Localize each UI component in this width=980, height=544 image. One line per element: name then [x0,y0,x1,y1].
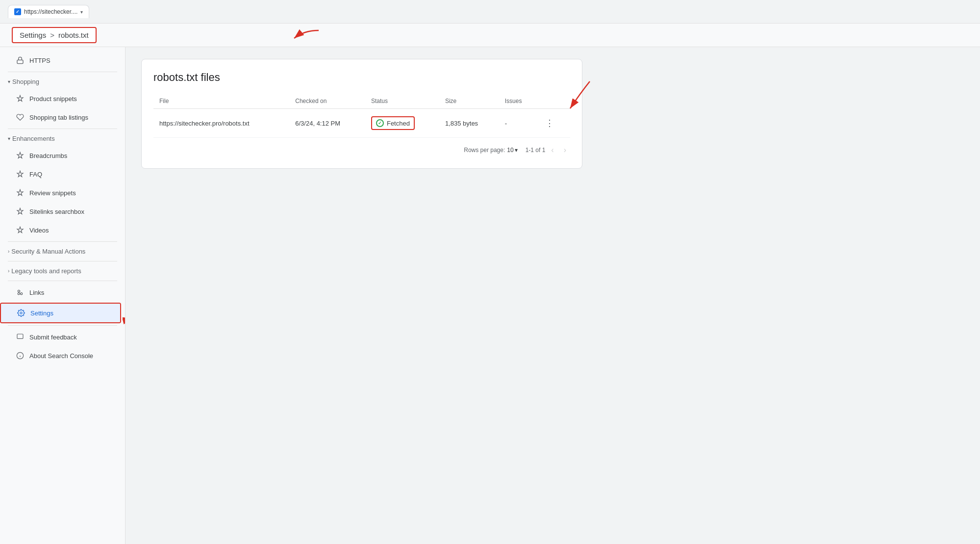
rows-select-chevron: ▾ [515,147,518,154]
cell-size: 1,835 bytes [439,109,499,138]
sidebar-item-about-label: About Search Console [29,352,113,360]
lock-icon [16,56,25,65]
col-header-size: Size [439,94,499,109]
status-fetched-box: Fetched [371,116,415,130]
col-header-status: Status [365,94,439,109]
sidebar-section-security[interactable]: › Security & Manual Actions [0,244,125,259]
sidebar-section-security-label: Security & Manual Actions [11,248,85,255]
product-snippets-icon [16,94,25,103]
sidebar-item-breadcrumbs-label: Breadcrumbs [29,152,113,159]
sidebar-item-breadcrumbs[interactable]: Breadcrumbs [0,146,121,165]
sidebar-divider-4 [8,261,117,261]
sidebar-section-shopping-label: Shopping [12,78,39,85]
status-fetched-icon [376,119,384,127]
row-more-button[interactable]: ⋮ [543,116,556,130]
robots-txt-table: File Checked on Status Size Issues https… [153,94,570,138]
robots-txt-card: robots.txt files File Checked on Status … [141,59,582,169]
sidebar-item-settings-label: Settings [30,310,112,317]
sidebar-item-product-snippets[interactable]: Product snippets [0,89,121,108]
chevron-down-icon: ▾ [8,79,10,84]
table-container: File Checked on Status Size Issues https… [153,94,570,138]
breadcrumb-arrow-annotation [284,26,324,44]
svg-rect-10 [17,334,23,338]
main-layout: HTTPS ▾ Shopping Product snippets Shoppi… [0,47,980,544]
sidebar-item-product-snippets-label: Product snippets [29,95,113,103]
feedback-icon [16,333,25,341]
browser-tab[interactable]: ✓ https://sitechecker.... ▾ [8,5,89,18]
prev-page-button[interactable]: ‹ [547,144,557,156]
faq-icon [16,170,25,179]
info-icon [16,351,25,360]
sidebar-item-shopping-tab[interactable]: Shopping tab listings [0,108,121,127]
svg-point-2 [18,290,20,292]
rows-per-page-select[interactable]: 10 ▾ [507,147,517,154]
settings-item-container: Settings [0,303,125,323]
sidebar-item-https[interactable]: HTTPS [0,51,121,70]
sidebar-divider-1 [8,72,117,72]
sidebar-item-shopping-tab-label: Shopping tab listings [29,114,113,121]
rows-per-page-value: 10 [507,147,513,154]
videos-icon [16,226,25,234]
sitelinks-icon [16,207,25,216]
tab-url: https://sitechecker.... [24,8,77,15]
sidebar-item-settings[interactable]: Settings [1,304,120,322]
sidebar: HTTPS ▾ Shopping Product snippets Shoppi… [0,47,126,544]
review-snippets-icon [16,188,25,197]
sidebar-item-review-snippets-label: Review snippets [29,189,113,197]
svg-point-4 [18,293,20,295]
breadcrumb-current: robots.txt [58,31,89,39]
sidebar-item-submit-feedback[interactable]: Submit feedback [0,328,121,346]
sidebar-divider-6 [8,325,117,326]
col-header-actions [537,94,570,109]
sidebar-item-about[interactable]: About Search Console [0,346,121,365]
cell-status: Fetched [365,109,439,138]
sidebar-divider-2 [8,129,117,129]
next-page-button[interactable]: › [560,144,570,156]
shopping-tab-icon [16,113,25,122]
svg-point-3 [21,293,23,295]
breadcrumb-parent[interactable]: Settings [20,31,46,39]
tab-dropdown-icon[interactable]: ▾ [80,9,83,15]
breadcrumb-separator: > [50,31,54,39]
sidebar-item-videos-label: Videos [29,227,113,234]
chevron-right-icon-legacy: › [8,268,9,274]
breadcrumbs-icon [16,151,25,160]
links-icon [16,288,25,297]
cell-checked-on: 6/3/24, 4:12 PM [289,109,365,138]
breadcrumb-bar: Settings > robots.txt [0,24,980,47]
col-header-checked-on: Checked on [289,94,365,109]
sidebar-divider-5 [8,281,117,281]
cell-file: https://sitechecker.pro/robots.txt [153,109,289,138]
sidebar-item-sitelinks[interactable]: Sitelinks searchbox [0,202,121,221]
sidebar-item-faq[interactable]: FAQ [0,165,121,183]
page-info: 1-1 of 1 [526,147,546,154]
sidebar-item-links-label: Links [29,289,113,296]
sidebar-section-shopping[interactable]: ▾ Shopping [0,74,125,89]
pagination: Rows per page: 10 ▾ 1-1 of 1 ‹ › [153,138,570,156]
sidebar-item-submit-feedback-label: Submit feedback [29,334,113,341]
sidebar-section-enhancements-label: Enhancements [12,135,55,142]
favicon-icon: ✓ [14,8,21,15]
sidebar-item-links[interactable]: Links [0,283,121,302]
table-row: https://sitechecker.pro/robots.txt 6/3/2… [153,109,570,138]
cell-issues: - [499,109,537,138]
sidebar-item-sitelinks-label: Sitelinks searchbox [29,208,113,215]
sidebar-section-legacy[interactable]: › Legacy tools and reports [0,263,125,279]
settings-border-highlight: Settings [0,303,121,323]
cell-actions: ⋮ [537,109,570,138]
sidebar-item-review-snippets[interactable]: Review snippets [0,183,121,202]
gear-icon [17,309,25,317]
sidebar-section-enhancements[interactable]: ▾ Enhancements [0,131,125,146]
card-title: robots.txt files [153,71,570,84]
main-content: robots.txt files File Checked on Status … [126,47,980,544]
browser-tab-bar: ✓ https://sitechecker.... ▾ [0,0,980,24]
status-fetched-label: Fetched [387,120,410,127]
col-header-file: File [153,94,289,109]
pagination-nav: 1-1 of 1 ‹ › [526,144,570,156]
rows-per-page-label: Rows per page: [464,147,505,154]
sidebar-item-videos[interactable]: Videos [0,221,121,239]
svg-point-8 [20,312,22,314]
rows-per-page: Rows per page: 10 ▾ [464,147,517,154]
col-header-issues: Issues [499,94,537,109]
sidebar-section-legacy-label: Legacy tools and reports [11,267,81,275]
